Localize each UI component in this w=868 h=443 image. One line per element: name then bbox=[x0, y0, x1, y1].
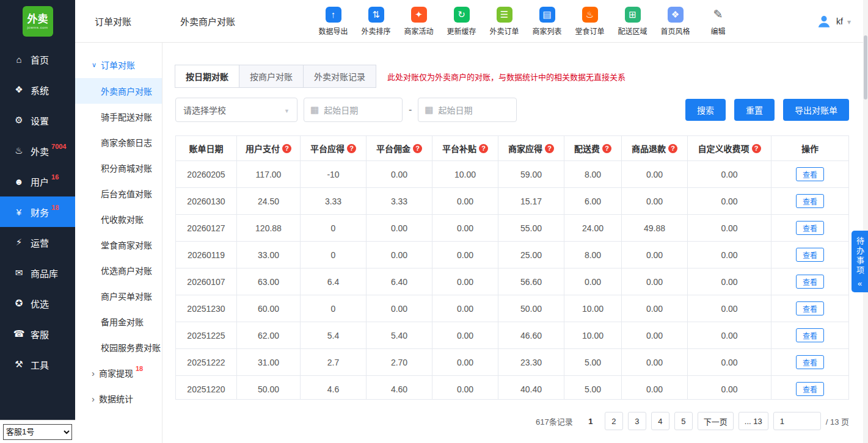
end-date-input[interactable]: 起始日期 bbox=[418, 98, 517, 122]
help-icon[interactable] bbox=[752, 144, 761, 153]
reconciliation-table: 账单日期 用户支付 平台应得 bbox=[175, 135, 849, 400]
scrollbar-thumb[interactable] bbox=[864, 35, 867, 99]
column-label: 商品退款 bbox=[632, 142, 666, 154]
table-cell: 55.00 bbox=[498, 215, 564, 241]
help-icon[interactable] bbox=[479, 144, 488, 153]
submenu-item[interactable]: 代收款对账 bbox=[75, 206, 162, 232]
next-page-button[interactable]: 下一页 bbox=[698, 412, 734, 430]
sidebar-item[interactable]: ⚙ 设置 bbox=[0, 105, 75, 135]
sidebar-item[interactable]: ⌂ 首页 bbox=[0, 44, 75, 74]
total-pages-label: / 13 页 bbox=[826, 416, 849, 427]
start-date-input[interactable]: 起始日期 bbox=[304, 98, 403, 122]
column-label: 商家应得 bbox=[508, 142, 542, 154]
refresh-cache-icon: ↻ bbox=[454, 7, 470, 23]
view-button[interactable]: 查看 bbox=[796, 221, 824, 235]
page-button[interactable]: 2 bbox=[605, 412, 623, 430]
table-cell: 0.00 bbox=[622, 161, 688, 187]
agent-select[interactable]: 客服1号 bbox=[3, 424, 72, 440]
export-statement-button[interactable]: 导出对账单 bbox=[783, 99, 849, 121]
sidebar-item-badge: 7004 bbox=[51, 143, 66, 150]
page-jump-input[interactable] bbox=[773, 412, 821, 430]
submenu-item[interactable]: 商家余额日志 bbox=[75, 129, 162, 155]
sidebar-item[interactable]: ¥ 财务 18 bbox=[0, 196, 75, 227]
home-icon: ⌂ bbox=[12, 54, 26, 65]
sidebar-item[interactable]: ⚡ 运营 bbox=[0, 227, 75, 258]
submenu-item[interactable]: 骑手配送对账 bbox=[75, 104, 162, 129]
view-button[interactable]: 查看 bbox=[796, 248, 824, 262]
sidebar-item[interactable]: ❖ 系统 bbox=[0, 74, 75, 105]
view-button[interactable]: 查看 bbox=[796, 328, 824, 342]
submenu-item[interactable]: 堂食商家对账 bbox=[75, 232, 162, 258]
table-cell: 4.6 bbox=[301, 376, 367, 400]
search-button[interactable]: 搜索 bbox=[685, 99, 726, 121]
table-cell: 6.4 bbox=[301, 268, 367, 295]
data-export[interactable]: ↑ 数据导出 bbox=[316, 7, 351, 36]
reset-button[interactable]: 重置 bbox=[734, 99, 775, 121]
takeout-orders[interactable]: ☰ 外卖订单 bbox=[487, 7, 522, 36]
help-icon[interactable] bbox=[668, 144, 677, 153]
submenu-item[interactable]: 积分商城对账 bbox=[75, 155, 162, 181]
page-button[interactable]: 4 bbox=[651, 412, 669, 430]
more-pages-button[interactable]: ... 13 bbox=[739, 412, 768, 430]
page-button[interactable]: 5 bbox=[674, 412, 693, 430]
submenu-group[interactable]: 数据统计 bbox=[75, 386, 162, 411]
start-date-placeholder: 起始日期 bbox=[324, 104, 358, 116]
table-cell: 0.00 bbox=[432, 349, 498, 375]
table-cell: 24.50 bbox=[237, 188, 301, 214]
dinein-orders[interactable]: ♨ 堂食订单 bbox=[572, 7, 608, 36]
app-logo[interactable]: 外卖 jcwms.com bbox=[23, 6, 53, 37]
view-button[interactable]: 查看 bbox=[796, 275, 824, 289]
scrollbar[interactable] bbox=[863, 0, 868, 443]
view-button[interactable]: 查看 bbox=[796, 301, 824, 315]
view-button[interactable]: 查看 bbox=[796, 194, 824, 208]
help-icon[interactable] bbox=[282, 144, 291, 153]
todo-panel-toggle[interactable]: 待办事项 « bbox=[852, 231, 868, 292]
table-row: 20260127120.8800.000.0055.0024.0049.880.… bbox=[176, 214, 848, 241]
sidebar-item[interactable]: ⚒ 工具 bbox=[0, 349, 75, 380]
table-cell: 59.00 bbox=[498, 161, 564, 187]
submenu-item[interactable]: 备用金对账 bbox=[75, 309, 162, 334]
merchant-activity[interactable]: ✦ 商家活动 bbox=[401, 7, 437, 36]
page-button-current[interactable]: 1 bbox=[582, 412, 600, 430]
takeout-sort[interactable]: ⇅ 外卖排序 bbox=[359, 7, 394, 36]
merchant-list[interactable]: ▤ 商家列表 bbox=[530, 7, 565, 36]
submenu-item[interactable]: 商户买单对账 bbox=[75, 283, 162, 309]
sidebar-item-label: 系统 bbox=[31, 84, 49, 96]
submenu-item[interactable]: 优选商户对账 bbox=[75, 258, 162, 283]
sidebar-item-label: 用户 bbox=[31, 175, 49, 188]
view-button[interactable]: 查看 bbox=[796, 382, 824, 396]
column-label: 配送费 bbox=[574, 142, 600, 154]
sidebar-item[interactable]: ☎ 客服 bbox=[0, 319, 75, 349]
table-cell: 0 bbox=[301, 295, 367, 322]
help-icon[interactable] bbox=[347, 144, 356, 153]
delivery-area[interactable]: ⊞ 配送区域 bbox=[615, 7, 651, 36]
help-icon[interactable] bbox=[545, 144, 554, 153]
view-button[interactable]: 查看 bbox=[796, 167, 824, 181]
table-cell: 20251222 bbox=[176, 349, 237, 375]
submenu-item[interactable]: 后台充值对账 bbox=[75, 181, 162, 206]
homepage-style[interactable]: ❖ 首页风格 bbox=[658, 7, 693, 36]
sidebar-item[interactable]: ♨ 外卖 7004 bbox=[0, 135, 75, 166]
submenu-item[interactable]: 外卖商户对账 bbox=[75, 78, 162, 104]
sidebar-item[interactable]: ✉ 商品库 bbox=[0, 258, 75, 288]
user-icon: ☻ bbox=[12, 176, 26, 187]
user-menu[interactable]: kf bbox=[816, 13, 868, 29]
submenu-item[interactable]: 校园服务费对账 bbox=[75, 334, 162, 360]
school-select[interactable]: 请选择学校 bbox=[175, 98, 297, 122]
tab[interactable]: 按日期对账 bbox=[175, 65, 239, 88]
submenu-group-order-reconciliation[interactable]: 订单对账 bbox=[75, 51, 162, 78]
tab[interactable]: 外卖对账记录 bbox=[303, 65, 376, 88]
sidebar-item[interactable]: ✪ 优选 bbox=[0, 288, 75, 319]
table-column-header: 配送费 bbox=[564, 136, 622, 160]
page-button[interactable]: 3 bbox=[628, 412, 646, 430]
submenu-group[interactable]: 商家提现 18 bbox=[75, 360, 162, 386]
help-icon[interactable] bbox=[602, 144, 611, 153]
agent-select-area: 客服1号 bbox=[0, 420, 75, 443]
help-icon[interactable] bbox=[413, 144, 422, 153]
tab[interactable]: 按商户对账 bbox=[239, 65, 304, 88]
edit[interactable]: ✎ 编辑 bbox=[701, 7, 736, 36]
refresh-cache[interactable]: ↻ 更新缓存 bbox=[444, 7, 480, 36]
view-button[interactable]: 查看 bbox=[796, 355, 824, 369]
sidebar-item[interactable]: ☻ 用户 16 bbox=[0, 166, 75, 196]
table-cell: 0.00 bbox=[564, 268, 622, 295]
